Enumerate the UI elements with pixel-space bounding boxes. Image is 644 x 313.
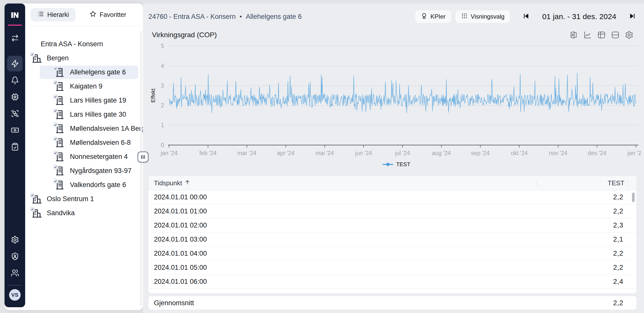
- column-header-tidspunkt[interactable]: Tidspunkt: [154, 179, 190, 187]
- table-row: 2024.01.01 00:002,2: [148, 190, 636, 204]
- svg-text:aug '24: aug '24: [432, 150, 451, 156]
- rail-nav-bottom: [7, 231, 23, 281]
- rail-item-finance[interactable]: [7, 122, 23, 138]
- rail-item-components[interactable]: [7, 106, 23, 121]
- panel-resize-handle[interactable]: [138, 152, 148, 162]
- check-badge-icon: [53, 136, 58, 142]
- period-next-button[interactable]: [628, 13, 636, 21]
- tab-hierarki[interactable]: Hierarki: [31, 8, 75, 21]
- tree-item-entra-asa-konsern[interactable]: Entra ASA - Konsern: [25, 37, 138, 51]
- components-icon: [11, 109, 19, 118]
- rail-item-transfers[interactable]: [7, 30, 23, 46]
- user-avatar[interactable]: VS: [9, 289, 21, 301]
- tab-favoritter-label: Favoritter: [100, 11, 126, 18]
- rail-item-tasks[interactable]: [7, 139, 23, 154]
- clipboard-check-icon: [11, 143, 19, 151]
- tree-item-valkendorfs-gate-6[interactable]: Valkendorfs gate 6: [25, 178, 138, 192]
- chart-legend-item[interactable]: TEST: [151, 161, 641, 168]
- rail-item-automation[interactable]: [7, 89, 23, 105]
- tree-item-nyg-rdsgaten-93-97[interactable]: Nygårdsgaten 93-97: [25, 164, 138, 177]
- table-scrollbar-thumb[interactable]: [632, 193, 635, 202]
- building-area-icon: [32, 194, 42, 204]
- column-divider: [628, 180, 628, 186]
- tree-item-label: Nygårdsgaten 93-97: [70, 167, 132, 175]
- building-area-icon: [32, 53, 42, 64]
- split-rows-icon[interactable]: [611, 31, 620, 39]
- excel-export-icon[interactable]: [570, 31, 578, 39]
- svg-text:Effekt: Effekt: [151, 88, 156, 103]
- table-view-icon[interactable]: [597, 31, 606, 39]
- panel-scrollbar[interactable]: [140, 31, 142, 306]
- bell-icon: [11, 76, 19, 84]
- tree-item-lars-hilles-gate-30[interactable]: Lars Hilles gate 30: [25, 108, 138, 121]
- building-property-icon: [55, 138, 65, 148]
- tree-item-kaigaten-9[interactable]: Kaigaten 9: [25, 80, 138, 93]
- left-panel: Hierarki Favoritter Entra ASA - KonsernB…: [5, 4, 143, 310]
- tab-favoritter[interactable]: Favoritter: [83, 8, 133, 21]
- building-property-icon: [55, 152, 65, 162]
- svg-text:1: 1: [161, 122, 164, 128]
- chart-settings-icon[interactable]: [625, 31, 633, 39]
- line-chart-icon[interactable]: [583, 31, 592, 39]
- svg-text:2: 2: [161, 102, 164, 109]
- view-options-button[interactable]: Visningsvalg: [456, 10, 510, 23]
- date-range[interactable]: 01 jan. - 31 des. 2024: [542, 12, 616, 21]
- tree-item-label: Bergen: [47, 54, 69, 62]
- gear-icon: [11, 236, 19, 244]
- breadcrumb-current[interactable]: Allehelgens gate 6: [246, 13, 302, 21]
- table-body: 2024.01.01 00:002,22024.01.01 01:002,220…: [148, 190, 636, 293]
- tree-item-sandvika[interactable]: Sandvika: [25, 206, 138, 220]
- tree-item-lars-hilles-gate-19[interactable]: Lars Hilles gate 19: [25, 94, 138, 107]
- svg-text:jan '24: jan '24: [160, 150, 177, 156]
- table-header: Tidspunkt TEST: [148, 176, 636, 190]
- kpi-button[interactable]: KPIer: [415, 10, 451, 23]
- building-property-icon: [55, 67, 65, 78]
- period-previous-button[interactable]: [522, 13, 530, 21]
- column-header-test[interactable]: TEST: [608, 179, 624, 187]
- rail-nav-top: [7, 30, 23, 155]
- tree-item-label: Sandvika: [47, 209, 75, 217]
- logo-icon: [10, 10, 20, 21]
- tree-item-m-llendalsveien-1a-bergen[interactable]: Møllendalsveien 1A Bergen: [25, 122, 138, 135]
- swap-arrows-icon: [11, 34, 19, 42]
- check-badge-icon: [53, 150, 58, 156]
- timestamp-cell: 2024.01.01 01:00: [154, 207, 207, 215]
- tree-item-label: Lars Hilles gate 30: [70, 111, 126, 118]
- rail-item-energy[interactable]: [7, 56, 23, 71]
- tree-item-m-llendalsveien-6-8[interactable]: Møllendalsveien 6-8: [25, 136, 138, 149]
- sort-ascending-icon: [184, 179, 190, 187]
- legend-label: TEST: [396, 161, 410, 168]
- rail-item-users[interactable]: [7, 265, 23, 281]
- timestamp-cell: 2024.01.01 02:00: [154, 221, 207, 229]
- table-row: 2024.01.01 04:002,2: [148, 247, 636, 261]
- topbar-actions: KPIer Visningsvalg 01 jan. - 31 des. 202…: [415, 10, 636, 23]
- table-row-partial: [148, 289, 636, 293]
- svg-text:0: 0: [161, 142, 164, 148]
- table-row: 2024.01.01 01:002,2: [148, 204, 636, 218]
- check-badge-icon: [53, 122, 58, 127]
- tree-item-bergen[interactable]: Bergen: [25, 52, 138, 65]
- tree-item-label: Entra ASA - Konsern: [41, 40, 103, 48]
- tree-item-oslo-sentrum-1[interactable]: Oslo Sentrum 1: [25, 192, 138, 206]
- app-logo[interactable]: [10, 11, 20, 21]
- value-cell: 2,1: [613, 236, 623, 243]
- timestamp-cell: 2024.01.01 03:00: [154, 236, 207, 243]
- building-property-icon: [55, 109, 65, 120]
- star-icon: [90, 11, 96, 19]
- breadcrumb-root[interactable]: 24760 - Entra ASA - Konsern: [148, 13, 236, 21]
- rail-item-admin[interactable]: [7, 248, 23, 264]
- nav-rail: VS: [5, 4, 25, 307]
- timestamp-cell: 2024.01.01 00:00: [154, 193, 207, 201]
- svg-text:okt '24: okt '24: [511, 150, 528, 156]
- column-divider: [537, 180, 537, 186]
- tree-item-nonnesetergaten-4[interactable]: Nonnesetergaten 4: [25, 150, 138, 163]
- check-badge-icon: [53, 178, 58, 184]
- tree-item-allehelgens-gate-6[interactable]: Allehelgens gate 6: [40, 66, 138, 79]
- rail-item-alerts[interactable]: [7, 72, 23, 88]
- hierarchy-tree: Entra ASA - KonsernBergenAllehelgens gat…: [25, 26, 143, 220]
- building-property-icon: [55, 123, 65, 134]
- rail-item-settings[interactable]: [7, 232, 23, 247]
- timestamp-cell: 2024.01.01 04:00: [154, 250, 207, 257]
- svg-text:jun '24: jun '24: [355, 150, 372, 156]
- value-cell: 2,3: [613, 221, 623, 229]
